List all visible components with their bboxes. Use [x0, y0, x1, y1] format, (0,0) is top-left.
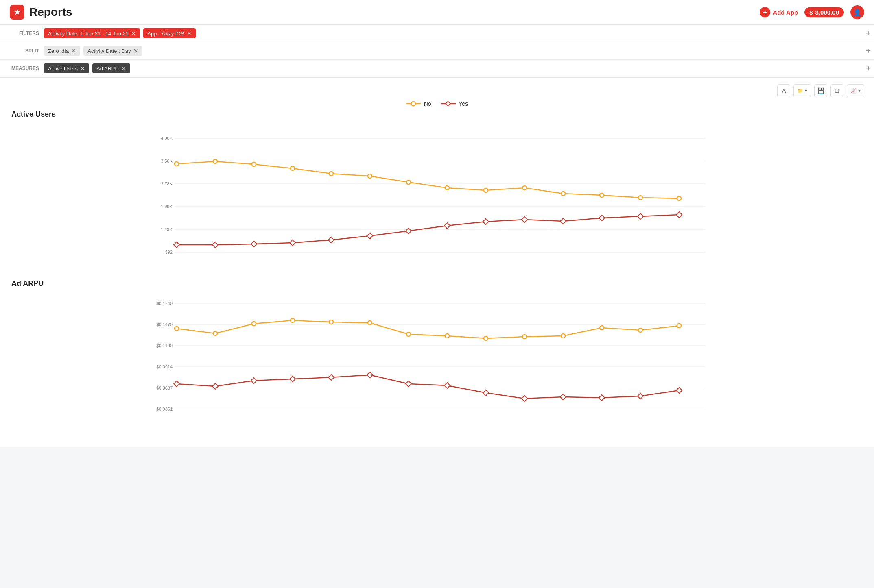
filters-row-wrapper: FILTERS Activity Date: 1 Jun 21 - 14 Jun…: [0, 25, 874, 42]
svg-rect-74: [328, 375, 334, 380]
svg-text:392: 392: [165, 250, 173, 255]
svg-point-24: [484, 188, 488, 192]
split-tag-zero-idfa[interactable]: Zero idfa ✕: [44, 46, 80, 56]
legend-yes: Yes: [441, 100, 468, 107]
svg-text:2.78K: 2.78K: [161, 181, 173, 186]
svg-point-61: [368, 321, 372, 325]
chart-type-button[interactable]: 📈 ▾: [847, 84, 864, 97]
balance-badge: $ 3,000.00: [804, 7, 844, 17]
svg-text:$0.0637: $0.0637: [156, 385, 173, 390]
filter-tag-app-label: App : Yatzy iOS: [147, 30, 184, 37]
measures-add-button[interactable]: +: [863, 63, 874, 74]
folder-button[interactable]: 📁 ▾: [793, 84, 811, 97]
measure-tag-ad-arpu-label: Ad ARPU: [96, 65, 119, 72]
svg-rect-76: [406, 381, 411, 387]
measure-tag-active-users-close[interactable]: ✕: [80, 65, 85, 72]
measures-label: MEASURES: [7, 65, 39, 71]
split-tags: Zero idfa ✕ Activity Date : Day ✕: [44, 46, 856, 56]
svg-point-18: [252, 162, 256, 166]
legend-no-line-icon: [406, 101, 421, 107]
svg-point-22: [406, 180, 411, 184]
svg-rect-82: [638, 393, 643, 399]
svg-point-60: [329, 320, 333, 324]
svg-rect-38: [483, 219, 489, 224]
measure-tag-active-users-label: Active Users: [48, 65, 78, 72]
filters-add-button[interactable]: +: [863, 28, 874, 39]
svg-rect-71: [212, 383, 218, 389]
header-right: + Add App $ 3,000.00 👤: [760, 5, 864, 19]
svg-point-25: [522, 186, 527, 190]
ad-arpu-title: Ad ARPU: [10, 279, 864, 288]
svg-rect-39: [522, 217, 527, 222]
collapse-button[interactable]: ⋀: [777, 84, 790, 97]
svg-text:4.38K: 4.38K: [161, 136, 173, 141]
plus-circle-icon: +: [760, 7, 770, 17]
svg-rect-40: [560, 218, 566, 224]
svg-text:$0.1470: $0.1470: [156, 322, 173, 327]
svg-rect-33: [290, 240, 295, 246]
split-tag-activity-date[interactable]: Activity Date : Day ✕: [83, 46, 142, 56]
svg-point-56: [175, 327, 179, 331]
split-tag-activity-date-label: Activity Date : Day: [87, 48, 131, 54]
svg-rect-41: [599, 215, 605, 221]
split-tag-zero-idfa-close[interactable]: ✕: [71, 48, 76, 54]
svg-point-19: [291, 166, 295, 170]
svg-rect-70: [174, 381, 179, 387]
dollar-icon: $: [809, 9, 813, 16]
add-app-button[interactable]: + Add App: [760, 7, 798, 17]
svg-point-20: [329, 172, 333, 176]
split-tag-activity-date-close[interactable]: ✕: [133, 48, 138, 54]
svg-point-29: [677, 196, 681, 200]
svg-point-69: [677, 324, 681, 328]
svg-rect-37: [444, 223, 450, 229]
legend-yes-line-icon: [441, 101, 456, 107]
svg-text:$0.1190: $0.1190: [156, 343, 173, 348]
svg-point-28: [638, 196, 642, 200]
legend-yes-label: Yes: [459, 100, 468, 107]
svg-point-26: [561, 192, 565, 196]
measure-tags: Active Users ✕ Ad ARPU ✕: [44, 63, 856, 73]
svg-rect-73: [290, 376, 295, 382]
filter-tag-app[interactable]: App : Yatzy iOS ✕: [143, 28, 196, 38]
measure-tag-ad-arpu[interactable]: Ad ARPU ✕: [92, 63, 130, 73]
filters-bar: FILTERS Activity Date: 1 Jun 21 - 14 Jun…: [0, 25, 874, 78]
svg-point-63: [445, 334, 449, 338]
save-button[interactable]: 💾: [814, 84, 827, 97]
filters-label: FILTERS: [7, 30, 39, 36]
balance-value: 3,000.00: [815, 9, 839, 16]
svg-point-16: [175, 162, 179, 166]
ad-arpu-chart: $0.1740 $0.1470 $0.1190 $0.0914 $0.0637 …: [10, 291, 864, 429]
svg-point-66: [561, 334, 565, 338]
chart-icon: 📈: [850, 88, 857, 94]
svg-text:$0.0361: $0.0361: [156, 407, 173, 412]
svg-point-1: [411, 102, 415, 106]
filter-tag-date-close[interactable]: ✕: [131, 30, 136, 37]
svg-point-67: [600, 326, 604, 330]
svg-rect-36: [406, 228, 411, 234]
avatar[interactable]: 👤: [850, 5, 864, 19]
svg-rect-42: [638, 213, 643, 219]
svg-rect-3: [446, 101, 450, 106]
split-add-button[interactable]: +: [863, 45, 874, 57]
page-title: Reports: [29, 6, 72, 19]
filter-tag-date[interactable]: Activity Date: 1 Jun 21 - 14 Jun 21 ✕: [44, 28, 140, 38]
svg-point-58: [252, 322, 256, 326]
svg-point-68: [638, 328, 642, 332]
svg-rect-77: [444, 383, 450, 388]
svg-rect-78: [483, 390, 489, 396]
measure-tag-active-users[interactable]: Active Users ✕: [44, 63, 89, 73]
svg-rect-30: [174, 242, 179, 248]
svg-rect-80: [560, 394, 566, 400]
measures-row-wrapper: MEASURES Active Users ✕ Ad ARPU ✕ +: [0, 60, 874, 77]
svg-point-65: [522, 335, 527, 339]
chart-dropdown-icon: ▾: [858, 88, 861, 94]
legend-no: No: [406, 100, 431, 107]
table-button[interactable]: ⊞: [830, 84, 843, 97]
filter-tag-app-close[interactable]: ✕: [187, 30, 192, 37]
header-left: ★ Reports: [10, 5, 72, 20]
svg-rect-35: [367, 233, 373, 239]
svg-point-17: [213, 159, 217, 163]
legend-no-label: No: [424, 100, 431, 107]
measure-tag-ad-arpu-close[interactable]: ✕: [121, 65, 126, 72]
active-users-title: Active Users: [10, 110, 864, 119]
